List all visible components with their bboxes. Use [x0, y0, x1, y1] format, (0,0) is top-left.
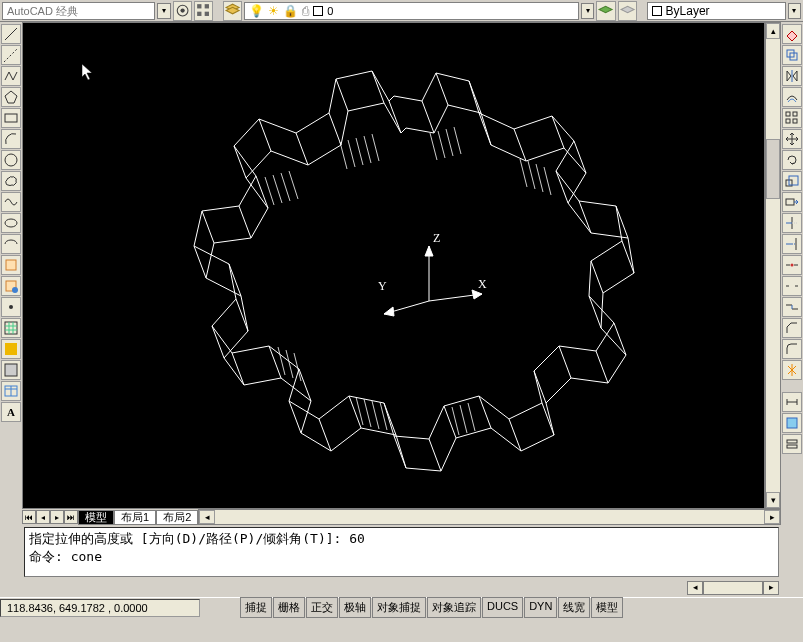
- spline-tool-icon[interactable]: [1, 192, 21, 212]
- viewport-scrollbar-horizontal[interactable]: ◂ ▸: [198, 509, 781, 525]
- workspace-combo[interactable]: [2, 2, 155, 20]
- svg-line-36: [389, 101, 401, 133]
- tab-last-icon[interactable]: ⏭: [64, 510, 78, 524]
- construction-line-tool-icon[interactable]: [1, 45, 21, 65]
- chamfer-tool-icon[interactable]: [782, 318, 802, 338]
- command-history-line: 指定拉伸的高度或 [方向(D)/路径(P)/倾斜角(T)]: 60: [29, 530, 774, 548]
- fillet-tool-icon[interactable]: [782, 339, 802, 359]
- workspace-dropdown-icon[interactable]: ▾: [157, 3, 170, 19]
- svg-line-79: [430, 133, 437, 160]
- svg-marker-8: [5, 91, 17, 103]
- status-toggle-0[interactable]: 捕捉: [240, 597, 272, 618]
- scroll-up-icon[interactable]: ▴: [766, 23, 780, 39]
- status-toggle-3[interactable]: 极轴: [339, 597, 371, 618]
- tab-layout1[interactable]: 布局1: [114, 510, 156, 525]
- layer-combo[interactable]: 💡 ☀ 🔒 ⎙ 0: [244, 2, 579, 20]
- ellipse-tool-icon[interactable]: [1, 213, 21, 233]
- break-at-point-tool-icon[interactable]: [782, 255, 802, 275]
- model-viewport[interactable]: Z X Y: [22, 22, 765, 509]
- trim-tool-icon[interactable]: [782, 213, 802, 233]
- mirror-tool-icon[interactable]: [782, 66, 802, 86]
- status-toggle-2[interactable]: 正交: [306, 597, 338, 618]
- color-label: ByLayer: [666, 4, 710, 18]
- gear-wireframe-icon: [84, 51, 704, 481]
- text-tool-icon[interactable]: A: [1, 402, 21, 422]
- svg-line-54: [542, 403, 554, 435]
- tab-next-icon[interactable]: ▸: [50, 510, 64, 524]
- hatch-tool-icon[interactable]: [1, 318, 21, 338]
- break-tool-icon[interactable]: [782, 276, 802, 296]
- status-toggle-4[interactable]: 对象捕捉: [372, 597, 426, 618]
- status-bar: 118.8436, 649.1782 , 0.0000 捕捉栅格正交极轴对象捕捉…: [0, 597, 803, 617]
- qselect-tool-icon[interactable]: [782, 434, 802, 454]
- area-tool-icon[interactable]: [782, 413, 802, 433]
- stretch-tool-icon[interactable]: [782, 192, 802, 212]
- status-toggle-7[interactable]: DYN: [524, 597, 557, 618]
- lock-icon: 🔒: [283, 4, 298, 18]
- erase-tool-icon[interactable]: [782, 24, 802, 44]
- point-tool-icon[interactable]: [1, 297, 21, 317]
- main-area: A: [0, 22, 803, 597]
- circle-tool-icon[interactable]: [1, 150, 21, 170]
- svg-line-49: [589, 296, 601, 328]
- insert-block-tool-icon[interactable]: [1, 255, 21, 275]
- region-tool-icon[interactable]: [1, 360, 21, 380]
- svg-line-59: [394, 436, 406, 468]
- make-block-tool-icon[interactable]: [1, 276, 21, 296]
- ucs-x-label: X: [478, 277, 487, 292]
- gradient-tool-icon[interactable]: [1, 339, 21, 359]
- status-toggle-6[interactable]: DUCS: [482, 597, 523, 618]
- scroll-right-icon[interactable]: ▸: [764, 510, 780, 524]
- color-dropdown-icon[interactable]: ▾: [788, 3, 801, 19]
- line-tool-icon[interactable]: [1, 24, 21, 44]
- cmd-scroll-right-icon[interactable]: ▸: [763, 581, 779, 595]
- scale-tool-icon[interactable]: [782, 171, 802, 191]
- workspace-settings-icon[interactable]: [173, 1, 192, 21]
- revision-cloud-tool-icon[interactable]: [1, 171, 21, 191]
- move-tool-icon[interactable]: [782, 129, 802, 149]
- layer-previous-icon[interactable]: [618, 1, 637, 21]
- polygon-tool-icon[interactable]: [1, 87, 21, 107]
- workspace-grid-icon[interactable]: [194, 1, 213, 21]
- layer-properties-icon[interactable]: [223, 1, 242, 21]
- table-tool-icon[interactable]: [1, 381, 21, 401]
- svg-line-37: [422, 101, 434, 133]
- svg-line-84: [528, 161, 535, 189]
- svg-line-53: [534, 371, 546, 403]
- svg-line-70: [265, 177, 274, 205]
- cmd-scroll-left-icon[interactable]: ◂: [687, 581, 703, 595]
- tab-model[interactable]: 模型: [78, 510, 114, 525]
- explode-tool-icon[interactable]: [782, 360, 802, 380]
- svg-line-89: [294, 353, 301, 381]
- layer-states-icon[interactable]: [596, 1, 615, 21]
- svg-rect-131: [787, 440, 797, 443]
- command-window[interactable]: 指定拉伸的高度或 [方向(D)/路径(P)/倾斜角(T)]: 60 命令: co…: [24, 527, 779, 577]
- scroll-left-icon[interactable]: ◂: [199, 510, 215, 524]
- scroll-down-icon[interactable]: ▾: [766, 492, 780, 508]
- ellipse-arc-tool-icon[interactable]: [1, 234, 21, 254]
- layer-dropdown-icon[interactable]: ▾: [581, 3, 594, 19]
- scroll-thumb-v[interactable]: [766, 139, 780, 199]
- extend-tool-icon[interactable]: [782, 234, 802, 254]
- array-tool-icon[interactable]: [782, 108, 802, 128]
- copy-tool-icon[interactable]: [782, 45, 802, 65]
- status-toggle-9[interactable]: 模型: [591, 597, 623, 618]
- tab-layout2[interactable]: 布局2: [156, 510, 198, 525]
- svg-point-121: [791, 264, 794, 267]
- status-toggle-8[interactable]: 线宽: [558, 597, 590, 618]
- polyline-tool-icon[interactable]: [1, 66, 21, 86]
- color-combo[interactable]: ByLayer: [647, 2, 786, 20]
- sun-icon: ☀: [268, 4, 279, 18]
- join-tool-icon[interactable]: [782, 297, 802, 317]
- rotate-tool-icon[interactable]: [782, 150, 802, 170]
- status-toggle-5[interactable]: 对象追踪: [427, 597, 481, 618]
- tab-first-icon[interactable]: ⏮: [22, 510, 36, 524]
- status-toggle-1[interactable]: 栅格: [273, 597, 305, 618]
- distance-tool-icon[interactable]: [782, 392, 802, 412]
- tab-prev-icon[interactable]: ◂: [36, 510, 50, 524]
- rectangle-tool-icon[interactable]: [1, 108, 21, 128]
- workspace-input[interactable]: [7, 5, 150, 17]
- arc-tool-icon[interactable]: [1, 129, 21, 149]
- viewport-scrollbar-vertical[interactable]: ▴ ▾: [765, 22, 781, 509]
- offset-tool-icon[interactable]: [782, 87, 802, 107]
